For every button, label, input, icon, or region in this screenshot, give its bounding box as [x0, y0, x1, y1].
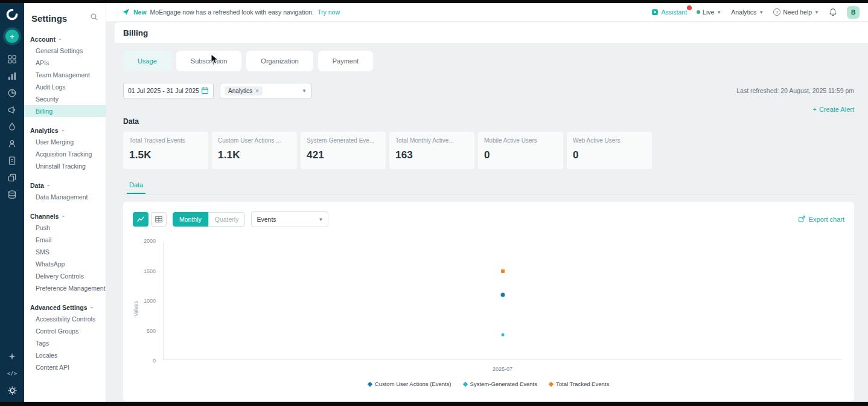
sidebar-item-email[interactable]: Email: [24, 234, 106, 246]
page-content: UsageSubscriptionOrganizationPayment 01 …: [106, 43, 868, 401]
sidebar-section-header-advanced-settings[interactable]: Advanced Settings⌄: [24, 302, 106, 313]
events-select[interactable]: Events ▼: [251, 211, 328, 227]
sidebar-section-header-account[interactable]: Account⌄: [24, 34, 106, 45]
sidebar-item-delivery-controls[interactable]: Delivery Controls: [24, 270, 106, 282]
granularity-toggle: MonthlyQuaterly: [173, 212, 245, 227]
chart-legend: Custom User Actions (Events)System-Gener…: [133, 381, 844, 387]
y-tick: 2000: [144, 238, 156, 244]
granularity-quaterly[interactable]: Quaterly: [208, 212, 246, 227]
data-point-system-generated-events[interactable]: [502, 333, 505, 336]
table-view-button[interactable]: [151, 212, 167, 227]
tab-subscription[interactable]: Subscription: [176, 51, 242, 71]
section-label: Channels: [30, 213, 59, 220]
environment-selector[interactable]: Live ▼: [697, 8, 721, 16]
create-alert-label: Create Alert: [819, 106, 854, 113]
search-icon[interactable]: [90, 13, 98, 24]
metric-card-mobile-active-users: Mobile Active Users0: [478, 132, 563, 169]
sidebar-item-data-management[interactable]: Data Management: [24, 191, 106, 203]
data-icon[interactable]: [4, 187, 20, 202]
sidebar-section-header-analytics[interactable]: Analytics⌄: [24, 125, 106, 136]
legend-label: Total Tracked Events: [556, 381, 609, 387]
metric-card-custom-user-actions: Custom User Actions ...1.1K: [212, 132, 297, 169]
sidebar-item-push[interactable]: Push: [24, 222, 106, 234]
templates-icon[interactable]: [4, 170, 20, 185]
y-axis-ticks: 0500100015002000: [138, 240, 158, 360]
sidebar-item-whatsapp[interactable]: WhatsApp: [24, 258, 106, 270]
sidebar-item-locales[interactable]: Locales: [24, 349, 106, 361]
plot-area: [163, 242, 842, 360]
need-help-menu[interactable]: ? Need help ▼: [773, 8, 819, 16]
icon-rail: + </>: [0, 3, 24, 402]
filter-row: 01 Jul 2025 - 31 Jul 2025 Analytics × ▼ …: [123, 82, 854, 99]
metric-label: Custom User Actions ...: [218, 137, 291, 144]
filter-chip-label: Analytics: [228, 88, 252, 94]
segments-icon[interactable]: [4, 85, 20, 101]
sidebar-item-billing[interactable]: Billing: [24, 105, 106, 117]
sidebar-item-apis[interactable]: APIs: [24, 57, 106, 69]
sidebar-item-acquisition-tracking[interactable]: Acquisition Tracking: [24, 148, 106, 160]
sidebar-item-accessibility-controls[interactable]: Accessibility Controls: [24, 313, 106, 325]
campaigns-icon[interactable]: [4, 102, 20, 118]
sparkle-icon[interactable]: [4, 349, 20, 364]
chevron-down-icon: ▼: [759, 10, 764, 15]
metric-label: System-Generated Eve...: [307, 137, 380, 144]
collapse-icon: ⌄: [58, 36, 62, 41]
sidebar-item-user-merging[interactable]: User Merging: [24, 136, 106, 148]
sidebar-section-advanced-settings: Advanced Settings⌄Accessibility Controls…: [24, 302, 106, 373]
developer-code-icon[interactable]: </>: [4, 366, 20, 381]
chevron-down-icon: ▼: [814, 10, 819, 15]
moengage-logo-icon[interactable]: [5, 8, 19, 21]
metrics-heading: Data: [123, 117, 854, 126]
sidebar-item-content-api[interactable]: Content API: [24, 361, 106, 373]
sidebar-item-security[interactable]: Security: [24, 93, 106, 105]
line-chart-view-button[interactable]: [133, 212, 148, 227]
content-icon[interactable]: [4, 153, 20, 169]
data-point-total-tracked-events[interactable]: [501, 269, 505, 273]
sidebar-section-header-data[interactable]: Data⌄: [24, 180, 106, 191]
sidebar-item-tags[interactable]: Tags: [24, 337, 106, 349]
granularity-monthly[interactable]: Monthly: [173, 212, 208, 227]
notifications-bell[interactable]: [829, 8, 837, 16]
export-chart-button[interactable]: Export chart: [798, 215, 844, 224]
sidebar-item-control-groups[interactable]: Control Groups: [24, 325, 106, 337]
tab-data[interactable]: Data: [127, 181, 145, 194]
legend-label: System-Generated Events: [470, 381, 537, 387]
metric-card-system-generated-eve: System-Generated Eve...421: [301, 132, 386, 169]
sidebar-section-analytics: Analytics⌄User MergingAcquisition Tracki…: [24, 125, 106, 172]
tab-organization[interactable]: Organization: [246, 51, 313, 71]
analytics-icon[interactable]: [4, 68, 20, 84]
user-avatar[interactable]: B: [847, 6, 860, 19]
data-point-custom-user-actions-events[interactable]: [501, 292, 505, 297]
legend-item-custom-user-actions-events[interactable]: Custom User Actions (Events): [368, 381, 452, 387]
analytics-menu[interactable]: Analytics ▼: [731, 8, 764, 16]
sidebar-section-channels: Channels⌄PushEmailSMSWhatsAppDelivery Co…: [24, 211, 106, 294]
sidebar-item-audit-logs[interactable]: Audit Logs: [24, 81, 106, 93]
sidebar-item-sms[interactable]: SMS: [24, 246, 106, 258]
legend-item-system-generated-events[interactable]: System-Generated Events: [464, 381, 537, 387]
top-banner: New MoEngage now has a refreshed look wi…: [106, 3, 868, 21]
create-alert-link[interactable]: + Create Alert: [812, 104, 854, 115]
analytics-label: Analytics: [731, 8, 756, 16]
category-filter-select[interactable]: Analytics × ▼: [220, 83, 311, 99]
collapse-icon: ⌄: [61, 213, 65, 218]
users-icon[interactable]: [4, 136, 20, 152]
sidebar-item-preference-management[interactable]: Preference Management: [24, 282, 106, 294]
assistant-button[interactable]: Assistant: [651, 8, 687, 16]
date-range-picker[interactable]: 01 Jul 2025 - 31 Jul 2025: [123, 83, 214, 99]
legend-item-total-tracked-events[interactable]: Total Tracked Events: [549, 381, 609, 387]
create-new-icon[interactable]: +: [5, 30, 19, 43]
metric-value: 0: [484, 149, 557, 161]
banner-try-now-link[interactable]: Try now: [318, 8, 340, 16]
sidebar-item-general-settings[interactable]: General Settings: [24, 45, 106, 57]
metric-label: Web Active Users: [573, 137, 646, 144]
settings-gear-icon[interactable]: [4, 382, 20, 398]
tab-usage[interactable]: Usage: [123, 51, 171, 71]
chip-close-icon[interactable]: ×: [255, 88, 259, 94]
sidebar-section-header-channels[interactable]: Channels⌄: [24, 211, 106, 222]
alerts-icon[interactable]: [4, 119, 20, 135]
date-range-value: 01 Jul 2025 - 31 Jul 2025: [128, 87, 199, 94]
sidebar-item-uninstall-tracking[interactable]: Uninstall Tracking: [24, 160, 106, 172]
sidebar-item-team-management[interactable]: Team Management: [24, 69, 106, 81]
tab-payment[interactable]: Payment: [318, 51, 373, 71]
dashboard-icon[interactable]: [4, 51, 20, 67]
